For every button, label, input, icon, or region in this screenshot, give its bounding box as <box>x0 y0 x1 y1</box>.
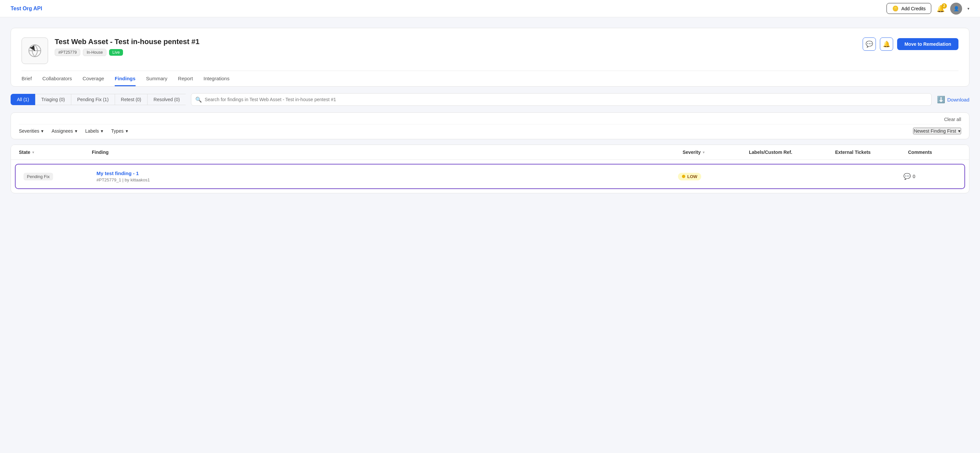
chevron-down-icon: ▾ <box>126 128 128 134</box>
th-comments: Comments <box>908 150 961 155</box>
chevron-down-icon: ▾ <box>41 128 43 134</box>
sort-arrow-icon: ▼ <box>702 151 705 154</box>
tab-summary[interactable]: Summary <box>146 71 167 86</box>
notification-badge: 2 <box>942 3 947 9</box>
tab-report[interactable]: Report <box>178 71 193 86</box>
severity-dot-icon <box>682 175 685 178</box>
severity-label: LOW <box>687 174 697 179</box>
chevron-down-icon[interactable]: ▾ <box>967 6 969 11</box>
card-header: Test Web Asset - Test in-house pentest #… <box>22 37 958 64</box>
search-wrap: 🔍 <box>191 93 932 106</box>
topnav: Test Org API 🪙 Add Credits 🔔 2 👤 ▾ <box>0 0 980 17</box>
th-finding: Finding <box>92 150 682 155</box>
add-credits-button[interactable]: 🪙 Add Credits <box>886 3 931 14</box>
severity-badge: LOW <box>678 173 701 180</box>
finding-cell: My test finding - 1 #PT25779_1 | by kitt… <box>97 171 678 182</box>
alert-bell-icon: 🔔 <box>883 40 890 48</box>
state-badge: Pending Fix <box>24 173 53 180</box>
filter-dropdowns: Severities ▾Assignees ▾Labels ▾Types ▾Ne… <box>19 124 961 139</box>
asset-icon <box>22 37 48 64</box>
card-header-right: 💬 🔔 Move to Remediation <box>863 37 958 51</box>
th-labels-custom-ref-: Labels/Custom Ref. <box>749 150 835 155</box>
table-body: Pending Fix My test finding - 1 #PT25779… <box>11 164 969 189</box>
asset-title: Test Web Asset - Test in-house pentest #… <box>55 37 200 46</box>
clear-all-button[interactable]: Clear all <box>944 117 961 122</box>
state-cell: Pending Fix <box>24 173 97 180</box>
filter-tab-0[interactable]: All (1) <box>11 94 35 105</box>
tab-findings[interactable]: Findings <box>115 71 135 86</box>
asset-info: Test Web Asset - Test in-house pentest #… <box>55 37 200 56</box>
chat-button[interactable]: 💬 <box>863 37 876 51</box>
tab-brief[interactable]: Brief <box>22 71 32 86</box>
filter-tab-3[interactable]: Retest (0) <box>115 94 147 105</box>
search-icon: 🔍 <box>195 97 202 103</box>
download-icon: ⬇️ <box>937 96 945 104</box>
th-state[interactable]: State▼ <box>19 150 92 155</box>
filters-bar: All (1)Triaging (0)Pending Fix (1)Retest… <box>11 93 969 106</box>
sort-label: Newest Finding First <box>914 128 956 134</box>
th-external-tickets: External Tickets <box>835 150 908 155</box>
table-header: State▼FindingSeverity▼Labels/Custom Ref.… <box>11 145 969 160</box>
topnav-right: 🪙 Add Credits 🔔 2 👤 ▾ <box>886 3 969 14</box>
alert-button[interactable]: 🔔 <box>880 37 893 51</box>
tab-collaborators[interactable]: Collaborators <box>43 71 72 86</box>
brand-title[interactable]: Test Org API <box>11 6 42 11</box>
filter-dropdown-assignees[interactable]: Assignees ▾ <box>51 128 77 134</box>
sort-arrow-icon: ▼ <box>32 151 35 154</box>
chevron-down-icon: ▾ <box>101 128 103 134</box>
card-tabs: BriefCollaboratorsCoverageFindingsSummar… <box>22 71 958 86</box>
filter-dropdown-labels[interactable]: Labels ▾ <box>85 128 103 134</box>
filter-tab-2[interactable]: Pending Fix (1) <box>71 94 115 105</box>
filter-tab-4[interactable]: Resolved (0) <box>147 94 186 105</box>
clear-all-row: Clear all <box>19 113 961 124</box>
filter-dropdown-severities[interactable]: Severities ▾ <box>19 128 43 134</box>
pentest-card: Test Web Asset - Test in-house pentest #… <box>11 28 969 86</box>
coin-icon: 🪙 <box>892 5 899 11</box>
badge-id: #PT25779 <box>55 49 80 56</box>
chat-icon: 💬 <box>865 40 873 48</box>
finding-title[interactable]: My test finding - 1 <box>97 171 678 176</box>
download-label: Download <box>947 97 969 102</box>
add-credits-label: Add Credits <box>901 6 926 11</box>
avatar[interactable]: 👤 <box>950 3 962 14</box>
chevron-down-icon: ▾ <box>75 128 77 134</box>
badge-inhouse: In-House <box>83 49 107 56</box>
comment-icon: 💬 <box>904 173 911 180</box>
sort-button[interactable]: Newest Finding First ▾ <box>913 128 961 134</box>
filter-dropdown-types[interactable]: Types ▾ <box>111 128 128 134</box>
severity-cell: LOW <box>678 173 744 180</box>
comments-count: 0 <box>913 174 915 179</box>
table-row[interactable]: Pending Fix My test finding - 1 #PT25779… <box>15 164 965 189</box>
card-header-left: Test Web Asset - Test in-house pentest #… <box>22 37 200 64</box>
filter-options-panel: Clear all Severities ▾Assignees ▾Labels … <box>11 112 969 139</box>
filter-tab-1[interactable]: Triaging (0) <box>35 94 71 105</box>
badges: #PT25779 In-House Live <box>55 49 200 56</box>
tab-integrations[interactable]: Integrations <box>204 71 229 86</box>
notifications-button[interactable]: 🔔 2 <box>937 5 945 13</box>
th-severity[interactable]: Severity▼ <box>682 150 749 155</box>
findings-table: State▼FindingSeverity▼Labels/Custom Ref.… <box>11 145 969 193</box>
finding-meta: #PT25779_1 | by kittaakos1 <box>97 177 678 182</box>
download-button[interactable]: ⬇️Download <box>937 96 969 104</box>
chevron-down-icon: ▾ <box>958 128 961 134</box>
badge-live: Live <box>109 49 123 56</box>
comments-cell: 💬 0 <box>904 173 956 180</box>
tab-coverage[interactable]: Coverage <box>83 71 104 86</box>
search-input[interactable] <box>205 97 927 102</box>
move-remediation-button[interactable]: Move to Remediation <box>897 38 958 50</box>
main-content: Test Web Asset - Test in-house pentest #… <box>0 17 980 204</box>
